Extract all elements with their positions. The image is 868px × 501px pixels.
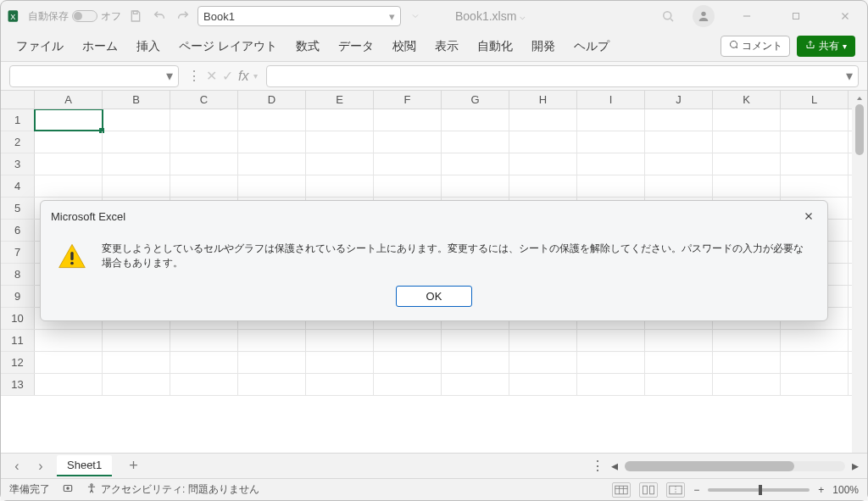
zoom-level[interactable]: 100% — [832, 484, 859, 496]
cell[interactable] — [238, 175, 306, 197]
cell[interactable] — [170, 175, 238, 197]
cell[interactable] — [35, 131, 103, 153]
tab-home[interactable]: ホーム — [79, 34, 121, 59]
row-header[interactable]: 5 — [1, 198, 35, 219]
autosave-toggle[interactable] — [72, 10, 97, 22]
cell[interactable] — [442, 131, 509, 153]
cell[interactable] — [577, 175, 645, 197]
hscroll-track[interactable] — [625, 461, 845, 471]
search-icon[interactable] — [659, 7, 677, 25]
select-all-corner[interactable] — [1, 91, 35, 109]
row-header[interactable]: 10 — [1, 308, 35, 329]
cell[interactable] — [306, 153, 374, 175]
cell[interactable] — [238, 352, 306, 373]
cell[interactable] — [442, 153, 509, 175]
cell[interactable] — [577, 153, 645, 175]
cell[interactable] — [170, 330, 238, 351]
tab-file[interactable]: ファイル — [13, 34, 67, 59]
cell[interactable] — [238, 374, 306, 395]
cell[interactable] — [645, 330, 713, 351]
dialog-close-button[interactable] — [800, 208, 817, 225]
cell[interactable] — [103, 153, 170, 175]
cell[interactable] — [103, 352, 170, 373]
zoom-knob[interactable] — [759, 485, 762, 495]
macro-recorder-icon[interactable] — [62, 482, 74, 497]
cell[interactable] — [306, 374, 374, 395]
cancel-icon[interactable]: ✕ — [206, 68, 217, 84]
cell[interactable] — [645, 374, 713, 395]
zoom-slider[interactable] — [708, 488, 810, 492]
cell[interactable] — [781, 175, 849, 197]
cell[interactable] — [442, 374, 509, 395]
col-header[interactable]: B — [103, 91, 170, 109]
dialog-ok-button[interactable]: OK — [396, 286, 472, 307]
cell[interactable] — [306, 330, 374, 351]
view-page-layout-icon[interactable] — [639, 482, 658, 498]
row-header[interactable]: 3 — [1, 153, 35, 175]
cell[interactable] — [374, 175, 442, 197]
cell[interactable] — [170, 374, 238, 395]
row-header[interactable]: 8 — [1, 264, 35, 285]
cell[interactable] — [103, 330, 170, 351]
cell[interactable] — [442, 109, 509, 131]
name-box[interactable]: ▾ — [9, 65, 179, 87]
cell[interactable] — [374, 153, 442, 175]
cell[interactable] — [103, 175, 170, 197]
cell[interactable] — [713, 374, 781, 395]
cell[interactable] — [713, 175, 781, 197]
cell[interactable] — [170, 352, 238, 373]
document-title[interactable]: Book1.xlsm ⌵ — [455, 9, 526, 23]
cell[interactable] — [781, 374, 849, 395]
cell[interactable] — [374, 374, 442, 395]
cell[interactable] — [35, 175, 103, 197]
cell[interactable] — [713, 352, 781, 373]
col-header[interactable]: I — [577, 91, 645, 109]
cell[interactable] — [509, 131, 577, 153]
cell[interactable] — [713, 131, 781, 153]
add-sheet-button[interactable]: + — [120, 457, 147, 475]
cell[interactable] — [577, 352, 645, 373]
col-header[interactable]: A — [35, 91, 103, 109]
close-button[interactable] — [828, 4, 862, 28]
row-header[interactable]: 11 — [1, 330, 35, 351]
cell[interactable] — [35, 153, 103, 175]
share-button[interactable]: 共有 ▾ — [797, 36, 855, 57]
vertical-scrollbar[interactable] — [852, 91, 867, 453]
view-page-break-icon[interactable] — [666, 482, 685, 498]
cell[interactable] — [35, 352, 103, 373]
cell[interactable] — [509, 109, 577, 131]
cell[interactable] — [238, 109, 306, 131]
cell[interactable] — [781, 352, 849, 373]
cell[interactable] — [713, 153, 781, 175]
tab-insert[interactable]: 挿入 — [133, 34, 164, 59]
cell[interactable] — [781, 131, 849, 153]
cell[interactable] — [509, 175, 577, 197]
filename-dropdown[interactable]: Book1 ▾ — [198, 6, 401, 26]
row-header[interactable]: 7 — [1, 242, 35, 263]
tab-review[interactable]: 校閲 — [389, 34, 420, 59]
enter-icon[interactable]: ✓ — [222, 68, 233, 84]
row-header[interactable]: 6 — [1, 220, 35, 241]
cell[interactable] — [35, 109, 103, 131]
minimize-button[interactable] — [730, 4, 764, 28]
cell[interactable] — [103, 131, 170, 153]
save-icon[interactable] — [126, 7, 145, 25]
sheet-nav-next-icon[interactable]: › — [33, 459, 48, 474]
cell[interactable] — [170, 131, 238, 153]
cell[interactable] — [781, 153, 849, 175]
tab-help[interactable]: ヘルプ — [570, 34, 613, 59]
view-normal-icon[interactable] — [612, 482, 631, 498]
horizontal-scrollbar[interactable]: ⋮ ◂ ▸ — [591, 458, 859, 474]
cell[interactable] — [35, 374, 103, 395]
sheet-nav-prev-icon[interactable]: ‹ — [9, 459, 25, 474]
cell[interactable] — [170, 109, 238, 131]
qat-customize-icon[interactable] — [406, 7, 425, 25]
cell[interactable] — [442, 330, 509, 351]
row-header[interactable]: 9 — [1, 286, 35, 307]
scroll-left-icon[interactable]: ◂ — [611, 458, 618, 474]
cell[interactable] — [170, 153, 238, 175]
cell[interactable] — [103, 109, 170, 131]
tab-page-layout[interactable]: ページ レイアウト — [175, 34, 281, 59]
maximize-button[interactable] — [779, 4, 813, 28]
cell[interactable] — [781, 330, 849, 351]
